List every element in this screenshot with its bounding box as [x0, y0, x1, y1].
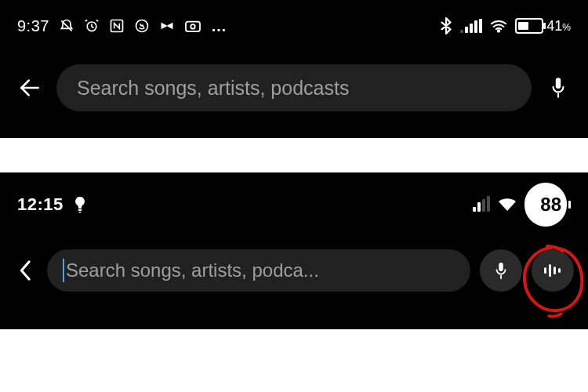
back-button[interactable] [14, 75, 45, 100]
search-input[interactable]: Search songs, artists, podcasts [56, 64, 532, 111]
svg-rect-12 [554, 267, 556, 274]
svg-rect-7 [78, 209, 82, 211]
svg-point-5 [498, 30, 499, 31]
status-right: 41% [440, 17, 571, 34]
wifi-icon [498, 198, 517, 212]
voice-search-button[interactable] [543, 76, 574, 100]
svg-point-4 [191, 24, 194, 28]
search-row: Search songs, artists, podca... [0, 249, 588, 292]
battery-fill [518, 22, 528, 30]
mute-icon [59, 18, 74, 34]
bulb-icon [73, 196, 87, 213]
back-button[interactable] [14, 260, 38, 281]
status-bar: 12:15 88 [0, 172, 588, 223]
search-input[interactable]: Search songs, artists, podca... [47, 249, 470, 292]
alarm-icon [84, 18, 100, 34]
signal-icon [460, 19, 482, 33]
status-left: 12:15 [17, 194, 87, 215]
battery-icon: 41% [515, 18, 571, 34]
voice-search-button[interactable] [480, 249, 522, 292]
battery-percent: 88 [524, 183, 567, 227]
clock: 9:37 [17, 17, 49, 35]
battery-percent: 41% [546, 18, 571, 34]
search-placeholder: Search songs, artists, podca... [66, 260, 319, 281]
search-placeholder: Search songs, artists, podcasts [77, 77, 349, 100]
signal-icon [473, 198, 490, 212]
svg-rect-8 [78, 212, 81, 213]
battery-icon: 88 [524, 183, 571, 227]
text-cursor [63, 259, 64, 282]
bluetooth-icon [440, 17, 452, 34]
svg-rect-9 [499, 263, 503, 271]
screenshot-before: 9:37 … [0, 0, 588, 138]
svg-rect-3 [186, 22, 200, 32]
screenshot-after: 12:15 88 [0, 172, 588, 329]
wifi-icon [490, 19, 507, 33]
svg-rect-13 [558, 268, 561, 273]
sound-search-button[interactable] [532, 249, 574, 292]
search-row: Search songs, artists, podcasts [0, 64, 588, 111]
svg-rect-11 [549, 264, 551, 277]
svg-rect-6 [556, 78, 561, 89]
more-icon: … [211, 17, 228, 35]
whatsapp-icon [134, 18, 150, 34]
clock: 12:15 [17, 194, 64, 215]
camera-icon [184, 19, 201, 33]
status-right: 88 [473, 183, 571, 227]
capcut-icon [159, 18, 175, 34]
nfc-icon [109, 18, 125, 34]
status-bar: 9:37 … [0, 0, 588, 44]
status-left: 9:37 … [17, 17, 228, 35]
svg-rect-10 [544, 267, 546, 274]
